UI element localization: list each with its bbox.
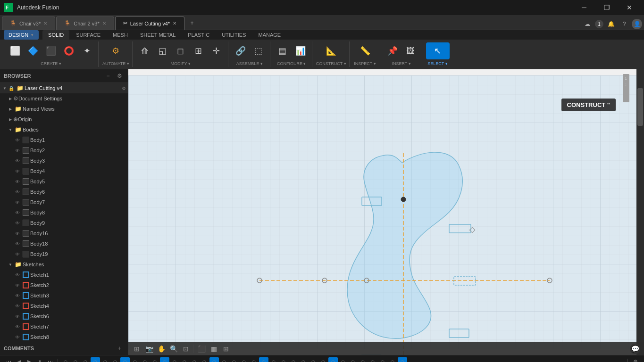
canvas-button[interactable]: 🖼 bbox=[402, 42, 419, 59]
named-views-expand[interactable]: ▶ bbox=[8, 106, 13, 112]
sidebar-item-body7[interactable]: 👁 Body7 bbox=[0, 197, 128, 207]
timeline-btn-5[interactable]: ⬡ bbox=[100, 357, 110, 362]
help-icon[interactable]: ? bbox=[619, 18, 630, 30]
revolve-button[interactable]: ⭕ bbox=[60, 42, 77, 59]
sidebar-item-body9[interactable]: 👁 Body9 bbox=[0, 218, 128, 228]
tab-surface[interactable]: SURFACE bbox=[70, 30, 106, 40]
body3-visibility[interactable]: 👁 bbox=[14, 157, 21, 165]
view-grid-button[interactable]: ▦ bbox=[208, 343, 219, 354]
timeline-btn-22[interactable]: ⬡ bbox=[269, 357, 278, 362]
joint-button[interactable]: ⬚ bbox=[250, 42, 267, 59]
timeline-btn-8[interactable]: ⬡ bbox=[130, 357, 140, 362]
origin-expand[interactable]: ▶ bbox=[8, 116, 13, 122]
step-back-button[interactable]: ◀ bbox=[14, 357, 24, 362]
sidebar-item-body6[interactable]: 👁 Body6 bbox=[0, 187, 128, 197]
viewport[interactable]: CONSTRUCT " 1 2 ⊞ 📷 ✋ 🔍 ⊡ ⬛ ▦ ⊞ 💬 bbox=[128, 69, 644, 355]
new-body-button[interactable]: 🔷 bbox=[25, 42, 42, 59]
sidebar-item-sketch7[interactable]: 👁 Sketch7 bbox=[0, 321, 128, 332]
timeline-btn-28[interactable]: ⬡ bbox=[328, 357, 338, 362]
timeline-btn-27[interactable]: ⬡ bbox=[318, 357, 328, 362]
pan-button[interactable]: ✋ bbox=[156, 343, 167, 354]
body18-visibility[interactable]: 👁 bbox=[14, 240, 21, 247]
sidebar-item-origin[interactable]: ▶ ⊕ Origin bbox=[0, 114, 128, 124]
timeline-btn-21[interactable]: ⬡ bbox=[259, 357, 268, 362]
timeline-btn-6[interactable]: ⬡ bbox=[110, 357, 120, 362]
tab-chair2-v3[interactable]: 🪑 Chair 2 v3* ✕ bbox=[56, 16, 114, 30]
timeline-btn-17[interactable]: ⬡ bbox=[219, 357, 229, 362]
configure-button[interactable]: ▤ bbox=[274, 42, 291, 59]
sketch1-visibility[interactable]: 👁 bbox=[14, 271, 21, 279]
body5-visibility[interactable]: 👁 bbox=[14, 178, 21, 185]
sketch6-visibility[interactable]: 👁 bbox=[14, 313, 21, 320]
body6-visibility[interactable]: 👁 bbox=[14, 188, 21, 196]
sidebar-item-sketch6[interactable]: 👁 Sketch6 bbox=[0, 311, 128, 321]
timeline-btn-15[interactable]: ⬡ bbox=[200, 357, 209, 362]
browser-collapse-button[interactable]: − bbox=[103, 71, 113, 81]
root-expand-arrow[interactable]: ▼ bbox=[2, 85, 8, 91]
bodies-expand[interactable]: ▼ bbox=[8, 127, 13, 132]
timeline-btn-13[interactable]: ⬡ bbox=[180, 357, 189, 362]
assemble-button[interactable]: 🔗 bbox=[232, 42, 249, 59]
sidebar-item-body8[interactable]: 👁 Body8 bbox=[0, 207, 128, 218]
body19-visibility[interactable]: 👁 bbox=[14, 250, 21, 258]
timeline-btn-18[interactable]: ⬡ bbox=[229, 357, 239, 362]
timeline-btn-12[interactable]: ⬡ bbox=[170, 357, 179, 362]
combine-button[interactable]: ⊞ bbox=[190, 42, 207, 59]
timeline-btn-3[interactable]: ⬡ bbox=[81, 357, 90, 362]
add-tab-button[interactable]: + bbox=[185, 16, 199, 30]
construct-button[interactable]: 📐 bbox=[319, 42, 343, 59]
timeline-btn-16[interactable]: ⬡ bbox=[209, 357, 219, 362]
sidebar-item-sketch8[interactable]: 👁 Sketch8 bbox=[0, 332, 128, 341]
press-pull-button[interactable]: ⟰ bbox=[136, 42, 153, 59]
sidebar-item-body4[interactable]: 👁 Body4 bbox=[0, 166, 128, 176]
sidebar-item-body1[interactable]: 👁 Body1 bbox=[0, 135, 128, 145]
timeline-btn-25[interactable]: ⬡ bbox=[299, 357, 308, 362]
timeline-btn-31[interactable]: ⬡ bbox=[358, 357, 368, 362]
timeline-btn-14[interactable]: ⬡ bbox=[190, 357, 199, 362]
body1-visibility[interactable]: 👁 bbox=[14, 136, 21, 144]
inspect-button[interactable]: 📏 bbox=[353, 42, 377, 59]
timeline-btn-30[interactable]: ⬡ bbox=[348, 357, 358, 362]
sidebar-item-body2[interactable]: 👁 Body2 bbox=[0, 145, 128, 156]
tab-mesh[interactable]: MESH bbox=[107, 30, 134, 40]
sidebar-item-sketches[interactable]: ▼ 📁 Sketches bbox=[0, 259, 128, 270]
sidebar-item-body16[interactable]: 👁 Body16 bbox=[0, 228, 128, 239]
sketch2-visibility[interactable]: 👁 bbox=[14, 281, 21, 289]
tab-laser-cutting[interactable]: ✂ Laser Cutting v4* ✕ bbox=[115, 16, 184, 30]
body4-visibility[interactable]: 👁 bbox=[14, 167, 21, 175]
timeline-btn-19[interactable]: ⬡ bbox=[239, 357, 249, 362]
body8-visibility[interactable]: 👁 bbox=[14, 209, 21, 216]
timeline-btn-2[interactable]: ⬡ bbox=[71, 357, 80, 362]
move-button[interactable]: ✛ bbox=[208, 42, 225, 59]
sidebar-item-body18[interactable]: 👁 Body18 bbox=[0, 239, 128, 249]
doc-settings-expand[interactable]: ▶ bbox=[8, 96, 13, 101]
minimize-button[interactable]: ─ bbox=[573, 0, 595, 15]
play-button[interactable]: ▶ bbox=[25, 357, 34, 362]
sketch3-visibility[interactable]: 👁 bbox=[14, 292, 21, 299]
timeline-btn-10[interactable]: ⬡ bbox=[150, 357, 159, 362]
zoom-button[interactable]: 🔍 bbox=[168, 343, 179, 354]
feedback-button[interactable]: 💬 bbox=[630, 344, 640, 354]
tab-chair2-close[interactable]: ✕ bbox=[102, 21, 106, 26]
scrollbar-thumb[interactable] bbox=[637, 88, 643, 126]
tab-solid[interactable]: SOLID bbox=[42, 30, 69, 40]
zoom-fit-button[interactable]: ⊡ bbox=[180, 343, 192, 354]
tab-manage[interactable]: MANAGE bbox=[252, 30, 286, 40]
body9-visibility[interactable]: 👁 bbox=[14, 219, 21, 227]
timeline-btn-34[interactable]: ⬡ bbox=[388, 357, 397, 362]
go-to-end-button[interactable]: ⏭ bbox=[45, 357, 55, 362]
timeline-btn-1[interactable]: ⬡ bbox=[61, 357, 70, 362]
new-component-button[interactable]: ⬜ bbox=[7, 42, 24, 59]
timeline-btn-35[interactable]: ⬡ bbox=[398, 357, 407, 362]
timeline-btn-20[interactable]: ⬡ bbox=[249, 357, 259, 362]
close-button[interactable]: ✕ bbox=[619, 0, 640, 15]
fillet-button[interactable]: ◱ bbox=[154, 42, 171, 59]
sidebar-item-sketch2[interactable]: 👁 Sketch2 bbox=[0, 280, 128, 290]
sidebar-item-body3[interactable]: 👁 Body3 bbox=[0, 156, 128, 166]
body16-visibility[interactable]: 👁 bbox=[14, 230, 21, 237]
sketch8-visibility[interactable]: 👁 bbox=[14, 333, 21, 341]
sidebar-item-doc-settings[interactable]: ▶ ⚙ Document Settings bbox=[0, 93, 128, 104]
display-settings-button[interactable]: ⊞ bbox=[131, 343, 142, 354]
sketches-expand[interactable]: ▼ bbox=[8, 262, 13, 267]
insert-button[interactable]: 📌 bbox=[384, 42, 401, 59]
